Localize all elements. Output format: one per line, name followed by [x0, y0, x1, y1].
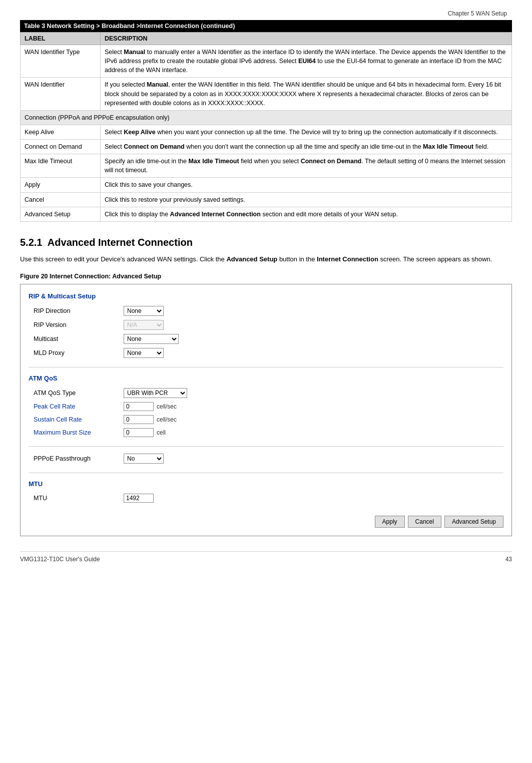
- rip-direction-label: RIP Direction: [34, 307, 124, 314]
- table-row: Cancel Click this to restore your previo…: [21, 192, 512, 207]
- pppoe-passthrough-label: PPPoE Passthrough: [34, 455, 124, 462]
- sustain-cell-rate-row: Sustain Cell Rate cell/sec: [29, 415, 503, 424]
- rip-version-row: RIP Version N/A: [29, 320, 503, 330]
- pppoe-passthrough-select[interactable]: No Yes: [124, 454, 164, 464]
- settings-table: LABEL DESCRIPTION WAN Identifier Type Se…: [20, 32, 512, 222]
- section-intro: Use this screen to edit your Device's ad…: [20, 254, 512, 264]
- pppoe-passthrough-control: No Yes: [124, 454, 164, 464]
- description-cell: Click this to display the Advanced Inter…: [101, 207, 512, 221]
- multicast-row: Multicast None IGMPv1 IGMPv2 IGMPv3: [29, 334, 503, 344]
- atm-qos-type-label: ATM QoS Type: [34, 390, 124, 397]
- max-burst-size-input[interactable]: [124, 428, 154, 437]
- rip-section: RIP & Multicast Setup RIP Direction None…: [29, 292, 503, 358]
- sustain-cell-rate-unit: cell/sec: [157, 416, 177, 423]
- section-heading: 5.2.1 Advanced Internet Connection: [20, 237, 512, 248]
- description-cell: Click this to save your changes.: [101, 178, 512, 192]
- figure-box: RIP & Multicast Setup RIP Direction None…: [20, 284, 512, 536]
- mtu-label: MTU: [34, 495, 124, 502]
- rip-direction-select[interactable]: None Both In Only Out Only: [124, 306, 164, 316]
- mld-proxy-control: None MLD v1 MLD v2: [124, 348, 164, 358]
- max-burst-size-label: Maximum Burst Size: [34, 429, 124, 436]
- table-row: WAN Identifier Type Select Manual to man…: [21, 45, 512, 78]
- sustain-cell-rate-label: Sustain Cell Rate: [34, 416, 124, 423]
- table-row: Keep Alive Select Keep Alive when you wa…: [21, 125, 512, 139]
- footer-page: 43: [505, 556, 512, 563]
- pppoe-section: PPPoE Passthrough No Yes: [29, 454, 503, 464]
- rip-direction-control: None Both In Only Out Only: [124, 306, 164, 316]
- label-cell: Connect on Demand: [21, 140, 101, 154]
- label-cell: Keep Alive: [21, 125, 101, 139]
- table-row: Max Idle Timeout Specify an idle time-ou…: [21, 154, 512, 178]
- atm-section: ATM QoS ATM QoS Type UBR With PCR UBR Wi…: [29, 374, 503, 437]
- atm-section-title: ATM QoS: [29, 374, 503, 382]
- mtu-input[interactable]: [124, 494, 154, 503]
- description-cell: If you selected Manual, enter the WAN Id…: [101, 78, 512, 110]
- peak-cell-rate-unit: cell/sec: [157, 403, 177, 410]
- peak-cell-rate-control: cell/sec: [124, 402, 177, 411]
- table-row: Connect on Demand Select Connect on Dema…: [21, 140, 512, 154]
- page-footer: VMG1312-T10C User's Guide 43: [20, 551, 512, 563]
- max-burst-size-row: Maximum Burst Size cell: [29, 428, 503, 437]
- rip-direction-row: RIP Direction None Both In Only Out Only: [29, 306, 503, 316]
- button-row: Apply Cancel Advanced Setup: [29, 512, 503, 528]
- description-cell: Select Connect on Demand when you don't …: [101, 140, 512, 154]
- label-cell: WAN Identifier: [21, 78, 101, 110]
- peak-cell-rate-input[interactable]: [124, 402, 154, 411]
- label-cell: WAN Identifier Type: [21, 45, 101, 78]
- rip-section-title: RIP & Multicast Setup: [29, 292, 503, 300]
- apply-button[interactable]: Apply: [375, 516, 405, 528]
- figure-caption: Figure 20 Internet Connection: Advanced …: [20, 273, 512, 280]
- advanced-setup-button[interactable]: Advanced Setup: [444, 516, 503, 528]
- table-caption: Table 3 Network Setting > Broadband >Int…: [20, 20, 512, 32]
- atm-qos-type-row: ATM QoS Type UBR With PCR UBR Without PC…: [29, 388, 503, 398]
- section-divider-3: [29, 473, 503, 473]
- table-row: Advanced Setup Click this to display the…: [21, 207, 512, 221]
- col-description-header: DESCRIPTION: [101, 33, 512, 45]
- pppoe-passthrough-row: PPPoE Passthrough No Yes: [29, 454, 503, 464]
- cancel-button[interactable]: Cancel: [408, 516, 441, 528]
- table-subheader-row: Connection (PPPoA and PPPoE encapsulatio…: [21, 110, 512, 125]
- subheader-cell: Connection (PPPoA and PPPoE encapsulatio…: [21, 110, 512, 125]
- footer-model: VMG1312-T10C User's Guide: [20, 556, 100, 563]
- mld-proxy-select[interactable]: None MLD v1 MLD v2: [124, 348, 164, 358]
- multicast-label: Multicast: [34, 335, 124, 342]
- mtu-control: [124, 494, 154, 503]
- chapter-title: Chapter 5 WAN Setup: [448, 10, 507, 17]
- sustain-cell-rate-input[interactable]: [124, 415, 154, 424]
- max-burst-size-unit: cell: [157, 429, 166, 436]
- description-cell: Specify an idle time-out in the Max Idle…: [101, 154, 512, 178]
- max-burst-size-control: cell: [124, 428, 166, 437]
- atm-qos-type-control: UBR With PCR UBR Without PCR CBR Non Rea…: [124, 388, 187, 398]
- multicast-control: None IGMPv1 IGMPv2 IGMPv3: [124, 334, 179, 344]
- peak-cell-rate-row: Peak Cell Rate cell/sec: [29, 402, 503, 411]
- mtu-row: MTU: [29, 494, 503, 503]
- peak-cell-rate-label: Peak Cell Rate: [34, 403, 124, 410]
- label-cell: Apply: [21, 178, 101, 192]
- table-row: Apply Click this to save your changes.: [21, 178, 512, 192]
- sustain-cell-rate-control: cell/sec: [124, 415, 177, 424]
- multicast-select[interactable]: None IGMPv1 IGMPv2 IGMPv3: [124, 334, 179, 344]
- rip-version-control: N/A: [124, 320, 164, 330]
- rip-version-select[interactable]: N/A: [124, 320, 164, 330]
- rip-version-label: RIP Version: [34, 321, 124, 328]
- label-cell: Advanced Setup: [21, 207, 101, 221]
- description-cell: Select Keep Alive when you want your con…: [101, 125, 512, 139]
- chapter-header: Chapter 5 WAN Setup: [20, 10, 512, 17]
- mtu-section-title: MTU: [29, 480, 503, 488]
- label-cell: Cancel: [21, 192, 101, 207]
- description-cell: Select Manual to manually enter a WAN Id…: [101, 45, 512, 78]
- mtu-section: MTU MTU: [29, 480, 503, 503]
- label-cell: Max Idle Timeout: [21, 154, 101, 178]
- description-cell: Click this to restore your previously sa…: [101, 192, 512, 207]
- section-divider: [29, 367, 503, 367]
- col-label-header: LABEL: [21, 33, 101, 45]
- mld-proxy-row: MLD Proxy None MLD v1 MLD v2: [29, 348, 503, 358]
- mld-proxy-label: MLD Proxy: [34, 349, 124, 356]
- atm-qos-type-select[interactable]: UBR With PCR UBR Without PCR CBR Non Rea…: [124, 388, 187, 398]
- section-divider-2: [29, 446, 503, 447]
- table-row: WAN Identifier If you selected Manual, e…: [21, 78, 512, 110]
